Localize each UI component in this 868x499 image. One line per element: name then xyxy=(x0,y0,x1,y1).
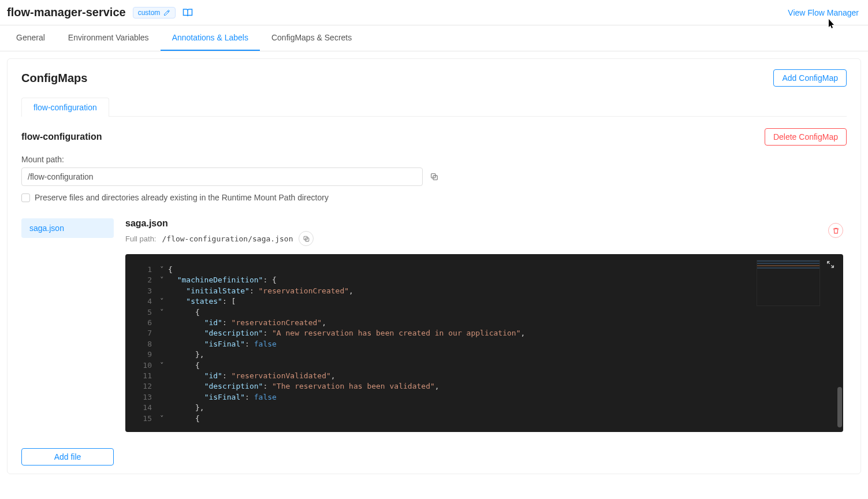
view-flow-manager-link[interactable]: View Flow Manager xyxy=(788,8,859,17)
full-path-label: Full path: xyxy=(125,234,156,243)
service-title: flow-manager-service xyxy=(7,6,126,19)
editor-gutter: 123456789101112131415 xyxy=(125,254,158,432)
expand-icon xyxy=(826,260,835,269)
custom-badge[interactable]: custom xyxy=(133,7,176,18)
file-item-saga-json[interactable]: saga.json xyxy=(21,218,114,238)
custom-badge-label: custom xyxy=(138,9,161,17)
expand-editor-button[interactable] xyxy=(826,260,835,272)
editor-scrollbar[interactable] xyxy=(837,387,842,427)
delete-configmap-button[interactable]: Delete ConfigMap xyxy=(765,128,847,146)
configmap-tab-flow-configuration[interactable]: flow-configuration xyxy=(21,98,109,117)
tab-env-vars[interactable]: Environment Variables xyxy=(57,25,161,51)
add-file-button[interactable]: Add file xyxy=(21,448,114,466)
tab-configmaps-secrets[interactable]: ConfigMaps & Secrets xyxy=(260,25,363,51)
tab-annotations-labels[interactable]: Annotations & Labels xyxy=(161,25,260,51)
pencil-icon xyxy=(163,9,170,16)
docs-icon[interactable] xyxy=(182,8,193,18)
trash-icon xyxy=(832,227,840,234)
page-header: flow-manager-service custom View Flow Ma… xyxy=(0,0,868,25)
mount-path-label: Mount path: xyxy=(21,155,460,164)
mount-path-input[interactable] xyxy=(21,167,423,186)
file-list: saga.json xyxy=(21,218,114,432)
editor-code[interactable]: ˅{˅ "machineDefinition": { "initialState… xyxy=(158,254,843,432)
editor-minimap[interactable] xyxy=(757,260,820,306)
tab-general[interactable]: General xyxy=(5,25,57,51)
delete-file-button[interactable] xyxy=(828,223,843,238)
configmaps-panel: ConfigMaps Add ConfigMap flow-configurat… xyxy=(7,58,861,474)
file-name: saga.json xyxy=(125,218,843,229)
full-path-value: /flow-configuration/saga.json xyxy=(162,234,293,243)
preserve-files-label: Preserve files and directories already e… xyxy=(35,193,329,202)
top-tabs: General Environment Variables Annotation… xyxy=(0,25,868,51)
code-editor[interactable]: 123456789101112131415 ˅{˅ "machineDefini… xyxy=(125,254,843,432)
copy-icon xyxy=(430,172,439,181)
file-detail: saga.json Full path: /flow-configuration… xyxy=(125,218,847,432)
section-title: flow-configuration xyxy=(21,132,102,142)
add-configmap-button[interactable]: Add ConfigMap xyxy=(773,69,847,87)
copy-full-path-button[interactable] xyxy=(299,231,314,246)
copy-mount-path-button[interactable] xyxy=(429,171,440,183)
copy-icon xyxy=(303,235,310,243)
preserve-files-checkbox[interactable] xyxy=(21,193,30,202)
panel-title: ConfigMaps xyxy=(21,72,87,85)
configmap-tabs: flow-configuration xyxy=(21,97,847,117)
